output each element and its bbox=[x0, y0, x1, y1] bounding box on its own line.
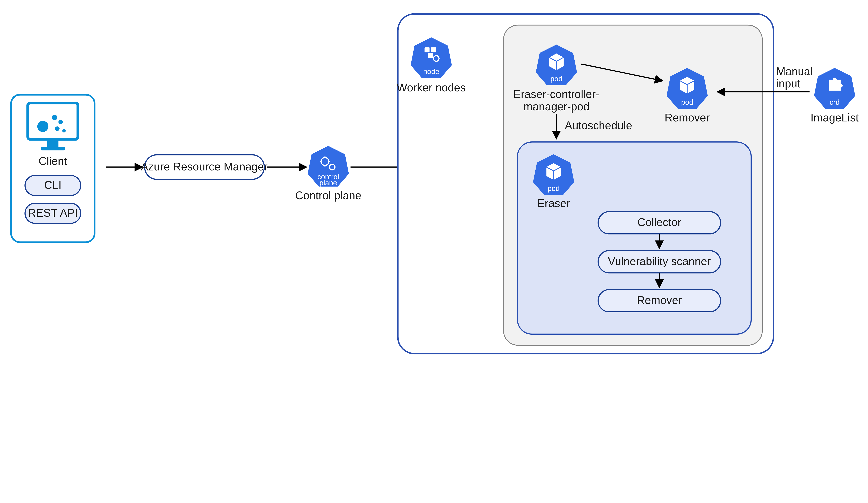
svg-point-17 bbox=[52, 115, 57, 120]
manual-input-label1: Manual bbox=[776, 65, 813, 78]
restapi-label: REST API bbox=[28, 207, 78, 219]
svg-point-19 bbox=[55, 127, 60, 131]
remover-stage-label: Remover bbox=[637, 294, 682, 306]
eraser-pod-label: Eraser bbox=[537, 197, 570, 210]
svg-point-16 bbox=[37, 121, 49, 132]
client-group: Client CLI REST API bbox=[11, 95, 95, 242]
svg-point-20 bbox=[62, 129, 66, 133]
svg-text:pod: pod bbox=[548, 184, 560, 192]
svg-rect-15 bbox=[41, 147, 65, 150]
scanner-label: Vulnerability scanner bbox=[608, 255, 711, 268]
svg-text:node: node bbox=[423, 68, 440, 76]
svg-text:pod: pod bbox=[681, 98, 693, 106]
control-plane-label: Control plane bbox=[295, 189, 361, 202]
imagelist-icon: crd bbox=[814, 68, 855, 109]
colltrackectoriconlabel: Collector bbox=[638, 216, 681, 229]
svg-point-18 bbox=[59, 120, 63, 124]
control-plane-icon: control plane bbox=[308, 146, 349, 187]
manual-input-label2: input bbox=[776, 77, 800, 90]
imagelist-label: ImageList bbox=[810, 111, 859, 124]
svg-text:plane: plane bbox=[319, 179, 337, 187]
manager-pod-label2: manager-pod bbox=[524, 100, 590, 113]
cli-label: CLI bbox=[44, 179, 62, 191]
svg-rect-13 bbox=[28, 103, 78, 139]
remover-pod-label: Remover bbox=[664, 111, 710, 124]
stages-group: Collector Vulnerability scanner Remover bbox=[598, 212, 721, 312]
arm-label: Azure Resource Manager bbox=[141, 160, 268, 173]
svg-text:crd: crd bbox=[830, 98, 840, 106]
svg-text:pod: pod bbox=[550, 75, 562, 83]
architecture-diagram: Client CLI REST API Azure Resource Manag… bbox=[0, 0, 868, 362]
arm-group: Azure Resource Manager bbox=[141, 155, 268, 179]
svg-rect-14 bbox=[47, 140, 58, 147]
client-label: Client bbox=[39, 155, 67, 167]
worker-nodes-label: Worker nodes bbox=[397, 81, 466, 94]
manager-pod-label1: Eraser-controller- bbox=[514, 88, 599, 100]
autoschedule-label: Autoschedule bbox=[565, 119, 632, 132]
